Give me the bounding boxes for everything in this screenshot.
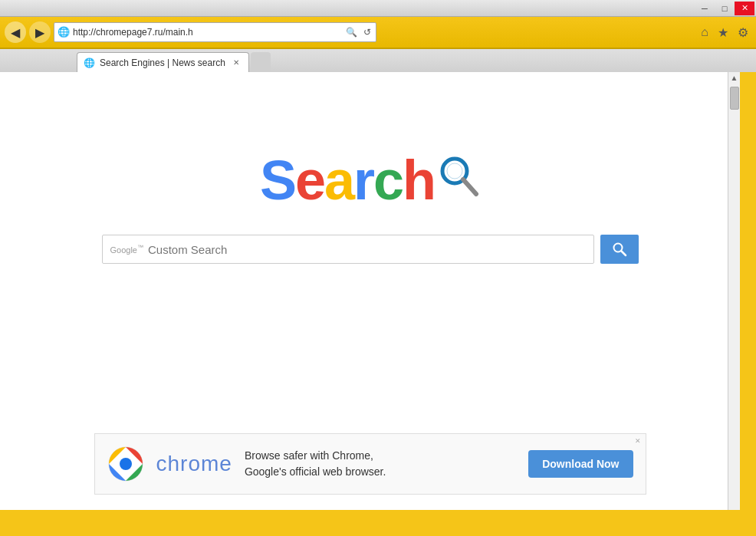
tab-icon: 🌐 (84, 58, 95, 68)
settings-button[interactable]: ⚙ (735, 24, 751, 41)
search-input-wrapper: Google™ (102, 235, 594, 264)
ad-text-line2: Google's official web browser. (245, 465, 386, 478)
ad-close-indicator[interactable]: ✕ (635, 437, 641, 445)
logo-c: c (373, 149, 403, 212)
main-content: S e a r c h Google™ (0, 72, 740, 264)
search-submit-button[interactable] (600, 235, 639, 264)
new-tab-button[interactable] (251, 52, 271, 72)
chrome-brand-name: chrome (156, 452, 232, 476)
logo-h: h (403, 149, 435, 212)
chrome-logo (107, 446, 144, 482)
address-search-button[interactable]: 🔍 (344, 27, 359, 38)
browser-frame: S e a r c h Google™ (0, 72, 756, 510)
home-button[interactable]: ⌂ (698, 24, 712, 41)
ie-icon: 🌐 (58, 26, 70, 38)
svg-line-2 (463, 179, 476, 194)
google-label: Google™ (110, 244, 143, 255)
search-input[interactable] (148, 243, 586, 256)
favorites-button[interactable]: ★ (715, 24, 731, 41)
title-bar: ─ □ ✕ (0, 0, 756, 17)
nav-bar: ◀ ▶ 🌐 🔍 ↺ ⌂ ★ ⚙ (0, 17, 756, 49)
svg-line-4 (621, 252, 626, 256)
active-tab[interactable]: 🌐 Search Engines | News search ✕ (77, 52, 249, 72)
tab-bar: 🌐 Search Engines | News search ✕ (0, 49, 756, 72)
window-close-button[interactable]: ✕ (735, 2, 754, 15)
ad-text: Browse safer with Chrome, Google's offic… (245, 448, 516, 480)
forward-button[interactable]: ▶ (29, 21, 51, 43)
logo-s: S (260, 149, 295, 212)
search-btn-icon (612, 242, 627, 257)
minimize-button[interactable]: ─ (695, 2, 715, 15)
tab-label: Search Engines | News search (100, 58, 225, 68)
svg-point-1 (447, 163, 462, 179)
back-button[interactable]: ◀ (5, 21, 26, 43)
logo-a: a (324, 149, 353, 212)
download-now-button[interactable]: Download Now (528, 450, 633, 478)
scrollbar-thumb[interactable] (730, 87, 739, 110)
tab-close-button[interactable]: ✕ (230, 57, 242, 69)
address-bar: 🌐 🔍 ↺ (54, 22, 376, 42)
logo-r: r (353, 149, 373, 212)
magnify-icon (438, 154, 480, 204)
address-input[interactable] (73, 27, 341, 38)
ad-banner: ✕ chrome Browse safer with Chrome, Googl… (94, 433, 646, 495)
webpage: S e a r c h Google™ (0, 72, 740, 510)
ad-text-line1: Browse safer with Chrome, (245, 449, 373, 462)
scrollbar[interactable]: ▲ (728, 72, 740, 510)
scrollbar-up-arrow[interactable]: ▲ (729, 72, 740, 84)
svg-point-7 (120, 458, 132, 470)
search-box-container: Google™ (102, 235, 639, 264)
logo-e: e (295, 149, 324, 212)
refresh-button[interactable]: ↺ (362, 27, 373, 38)
restore-button[interactable]: □ (715, 2, 735, 15)
search-logo: S e a r c h (260, 149, 480, 212)
